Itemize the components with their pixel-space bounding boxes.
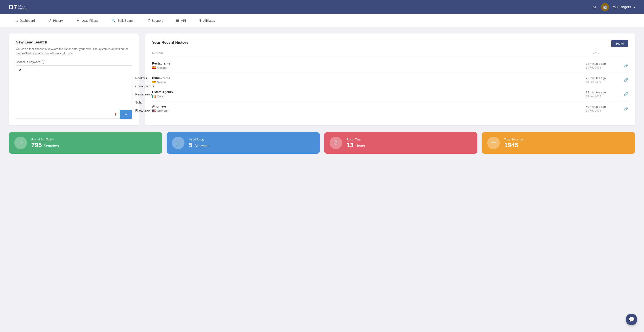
used-icon: 🛒 [175,140,181,146]
main-content: New Lead Search You can either choose a … [0,27,644,132]
history-search-name: Restaurants [152,62,586,65]
filter-icon: ▼ [76,19,80,23]
col-search: SEARCH [152,52,592,54]
nav-item-api[interactable]: ☰ API [169,14,193,27]
stat-info-total: Total Searches 1945 [504,138,524,148]
stat-card-total: 〜 Total Searches 1945 [482,132,635,154]
header-right: ✉ 🤖 Paul Rogers ▾ [593,3,635,11]
nav-item-history[interactable]: ↺ History [42,14,70,27]
stat-icon-remaining: ↗ [14,137,27,149]
nav-label-dashboard: Dashboard [20,19,35,22]
history-link-icon[interactable]: 🔗 [624,63,628,68]
stat-icon-total: 〜 [487,137,500,149]
keyword-input[interactable] [16,65,132,74]
location-pin-icon: 📍 [114,113,118,116]
nav-item-lead-filters[interactable]: ▼ Lead Filters [70,15,105,27]
stat-value-total: 1945 [504,142,524,148]
nav-item-support[interactable]: ? Support [141,15,169,27]
history-row: Attorneys 🇺🇸 New York 40 minutes ago 13 … [152,101,628,116]
stat-value-remaining: 795 Searches [31,142,59,148]
history-link-icon[interactable]: 🔗 [624,92,628,96]
chat-bubble[interactable]: 💬 [626,314,637,325]
see-all-button[interactable]: See All [611,40,628,47]
history-search-info: Restaurants 🇪🇸 Alicante [152,62,586,69]
stat-unit-remaining: Searches [43,144,59,148]
history-date: 13 Feb 2019 [586,95,622,98]
history-date: 13 Feb 2019 [586,80,622,84]
nav-label-history: History [53,19,63,22]
search-input-group: Realtors Chiropractors Restaurants Solar… [16,65,132,74]
history-search-name: Estate Agents [152,90,586,94]
history-date-info: 24 minutes ago 13 Feb 2019 [586,62,622,69]
stat-value-reset: 13 Hours [346,142,365,148]
history-location: 🇺🇸 New York [152,109,586,112]
dropdown-item-photographers[interactable]: Photographers [132,106,138,114]
panel-title: New Lead Search [16,40,132,45]
flag-icon: 🇪🇸 [152,66,156,69]
history-row: Estate Agents 🇮🇪 Cork 39 minutes ago 13 … [152,87,628,101]
help-icon[interactable]: ? [42,60,45,64]
logo: D7 Lead Finder [9,4,28,11]
history-search-info: Attorneys 🇺🇸 New York [152,105,586,112]
location-text: Murcia [157,80,166,84]
history-link-icon[interactable]: 🔗 [624,106,628,111]
location-wrapper: 📍 [16,110,120,119]
nav-label-affiliates: Affiliates [203,19,215,22]
logo-text: Lead Finder [18,4,28,10]
reset-icon: ⏱ [334,140,338,146]
search-button[interactable]: → [120,110,132,119]
avatar: 🤖 [601,3,609,11]
stat-label-total: Total Searches [504,138,524,141]
history-search-name: Restaurants [152,76,586,80]
stat-info-remaining: Remaining Today 795 Searches [31,138,59,148]
history-search-name: Attorneys [152,105,586,108]
history-title: Your Recent History [152,40,188,45]
location-text: Alicante [157,66,167,69]
stat-info-used: Used Today 5 Searches [189,138,210,148]
stat-card-remaining: ↗ Remaining Today 795 Searches [9,132,162,154]
history-date-info: 40 minutes ago 13 Feb 2019 [586,105,622,112]
nav-label-api: API [181,19,186,22]
recent-history-panel: Your Recent History See All SEARCH DATE … [145,33,635,125]
user-name: Paul Rogers [611,5,631,9]
stat-value-used: 5 Searches [189,142,210,148]
dropdown-item-restaurants[interactable]: Restaurants [132,90,138,98]
user-menu[interactable]: 🤖 Paul Rogers ▾ [601,3,635,11]
history-link-icon[interactable]: 🔗 [624,78,628,82]
stat-card-used: 🛒 Used Today 5 Searches [166,132,320,154]
remaining-icon: ↗ [18,140,22,146]
history-list: Restaurants 🇪🇸 Alicante 24 minutes ago 1… [152,59,628,116]
history-row: Restaurants 🇪🇸 Alicante 24 minutes ago 1… [152,59,628,73]
main-nav: ⌂ Dashboard ↺ History ▼ Lead Filters 🔍 B… [0,14,644,27]
location-input[interactable] [16,110,120,119]
panel-description: You can either choose a keyword the list… [16,47,132,56]
history-columns: SEARCH DATE [152,52,628,56]
total-icon: 〜 [491,139,496,146]
nav-item-bulk-search[interactable]: 🔍 Bulk Search [105,14,141,27]
affiliates-icon: $ [200,19,202,23]
dropdown-item-chiropractors[interactable]: Chiropractors [132,82,138,90]
stat-icon-used: 🛒 [172,137,184,149]
history-panel-header: Your Recent History See All [152,40,628,47]
location-search-row: 📍 → [16,110,132,119]
keyword-label: Choose a Keyword ? [16,60,132,64]
history-location: 🇪🇸 Murcia [152,80,586,84]
nav-item-affiliates[interactable]: $ Affiliates [193,15,222,27]
mail-icon[interactable]: ✉ [593,5,596,10]
bulk-search-icon: 🔍 [111,18,116,23]
support-icon: ? [148,19,150,23]
chevron-down-icon: ▾ [633,5,635,10]
history-time-ago: 40 minutes ago [586,105,622,108]
location-text: New York [157,109,169,112]
dropdown-item-solar[interactable]: Solar [132,98,138,106]
nav-label-support: Support [152,19,162,22]
nav-item-dashboard[interactable]: ⌂ Dashboard [9,15,42,27]
location-text: Cork [157,95,163,98]
stat-label-used: Used Today [189,138,210,141]
api-icon: ☰ [176,18,179,23]
history-location: 🇮🇪 Cork [152,95,586,98]
stat-unit-used: Searches [194,144,210,148]
flag-icon: 🇮🇪 [152,95,156,98]
history-row: Restaurants 🇪🇸 Murcia 26 minutes ago 13 … [152,73,628,87]
dropdown-item-realtors[interactable]: Realtors [132,74,138,82]
